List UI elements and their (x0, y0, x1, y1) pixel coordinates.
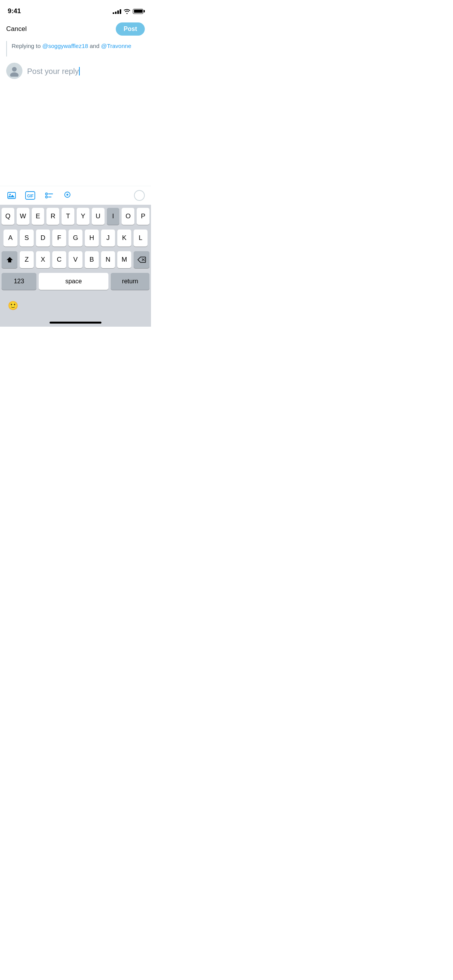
toolbar: GIF (0, 186, 151, 205)
key-b[interactable]: B (85, 251, 99, 268)
key-123[interactable]: 123 (2, 273, 36, 290)
svg-point-3 (9, 194, 11, 195)
gif-icon[interactable]: GIF (25, 190, 36, 201)
cancel-button[interactable]: Cancel (6, 24, 27, 34)
reply-context: Replying to @soggywafflez18 and @Travonn… (0, 40, 151, 60)
key-v[interactable]: V (69, 251, 82, 268)
status-icons (113, 9, 143, 14)
key-z[interactable]: Z (20, 251, 34, 268)
keyboard-row-2: A S D F G H J K L (2, 230, 149, 247)
nav-bar: Cancel Post (0, 19, 151, 40)
key-l[interactable]: L (134, 230, 148, 247)
text-cursor (79, 67, 80, 75)
mention-2[interactable]: @Travonne (101, 43, 131, 49)
character-count-circle (134, 190, 145, 201)
post-button[interactable]: Post (116, 22, 145, 36)
key-u[interactable]: U (92, 208, 105, 225)
key-n[interactable]: N (101, 251, 115, 268)
compose-area[interactable]: Post your reply (0, 60, 151, 186)
key-i[interactable]: I (107, 208, 120, 225)
keyboard: Q W E R T Y U I O P A S D F G H J K L (0, 205, 151, 296)
bottom-bar: 🙂 (0, 296, 151, 320)
key-k[interactable]: K (117, 230, 131, 247)
key-h[interactable]: H (85, 230, 99, 247)
key-return[interactable]: return (111, 273, 149, 290)
thread-line (6, 40, 7, 57)
key-c[interactable]: C (52, 251, 66, 268)
compose-input-area[interactable]: Post your reply (27, 63, 145, 183)
key-backspace[interactable] (134, 251, 149, 268)
wifi-icon (124, 9, 130, 14)
key-y[interactable]: Y (77, 208, 89, 225)
svg-point-1 (10, 72, 19, 77)
key-m[interactable]: M (117, 251, 131, 268)
svg-rect-2 (8, 192, 15, 199)
key-d[interactable]: D (36, 230, 50, 247)
key-a[interactable]: A (3, 230, 17, 247)
content-area: Replying to @soggywafflez18 and @Travonn… (0, 40, 151, 186)
keyboard-row-1: Q W E R T Y U I O P (2, 208, 149, 225)
mention-1[interactable]: @soggywafflez18 (42, 43, 88, 49)
key-shift[interactable] (2, 251, 17, 268)
key-t[interactable]: T (62, 208, 74, 225)
battery-icon (133, 9, 143, 14)
key-r[interactable]: R (46, 208, 59, 225)
emoji-button[interactable]: 🙂 (6, 299, 19, 312)
keyboard-section: Q W E R T Y U I O P A S D F G H J K L (0, 205, 151, 327)
svg-text:GIF: GIF (27, 194, 34, 198)
signal-icon (113, 9, 121, 14)
status-bar: 9:41 (0, 0, 151, 19)
svg-point-11 (67, 194, 69, 196)
image-icon[interactable] (6, 190, 17, 201)
svg-point-7 (46, 196, 48, 198)
location-icon[interactable] (62, 190, 73, 201)
key-o[interactable]: O (122, 208, 134, 225)
key-x[interactable]: X (36, 251, 50, 268)
key-e[interactable]: E (32, 208, 45, 225)
status-time: 9:41 (8, 7, 21, 15)
key-q[interactable]: Q (2, 208, 14, 225)
keyboard-row-bottom: 123 space return (2, 273, 149, 290)
key-f[interactable]: F (52, 230, 66, 247)
svg-point-6 (46, 193, 48, 195)
key-w[interactable]: W (17, 208, 29, 225)
reply-placeholder[interactable]: Post your reply (27, 63, 145, 77)
avatar (6, 63, 22, 79)
replying-to-text: Replying to @soggywafflez18 and @Travonn… (12, 40, 131, 57)
key-space[interactable]: space (39, 273, 108, 290)
svg-point-0 (12, 67, 17, 72)
key-j[interactable]: J (101, 230, 115, 247)
key-p[interactable]: P (137, 208, 149, 225)
keyboard-row-3: Z X C V B N M (2, 251, 149, 268)
key-g[interactable]: G (69, 230, 82, 247)
poll-icon[interactable] (43, 190, 54, 201)
key-s[interactable]: S (20, 230, 34, 247)
